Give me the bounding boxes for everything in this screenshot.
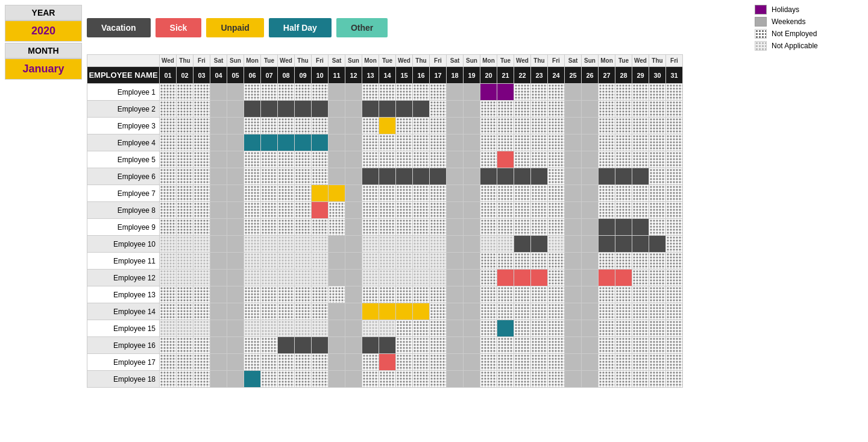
cell-10-15	[396, 236, 413, 253]
cell-3-26	[582, 118, 599, 134]
cell-4-24	[548, 134, 565, 151]
cell-16-19	[464, 337, 480, 354]
cell-4-12	[345, 134, 362, 151]
cell-15-25	[565, 320, 582, 337]
cell-1-19	[464, 84, 480, 101]
cell-14-30	[649, 303, 666, 320]
cell-5-2	[177, 151, 193, 168]
cell-9-3	[193, 219, 210, 236]
cell-10-13	[362, 236, 379, 253]
cell-17-1	[160, 354, 177, 371]
cell-9-1	[160, 219, 177, 236]
cell-12-8	[278, 270, 295, 286]
cell-12-7	[261, 270, 278, 286]
dow-header-20: Mon	[480, 55, 497, 67]
cell-3-3	[193, 118, 210, 134]
cell-15-20	[480, 320, 497, 337]
legend-sick: Sick	[156, 18, 202, 37]
cell-14-9	[295, 303, 312, 320]
cell-14-24	[548, 303, 565, 320]
cell-7-24	[548, 185, 565, 202]
cell-15-29	[632, 320, 649, 337]
cell-1-8	[278, 84, 295, 101]
legend-holidays: Holidays	[755, 5, 863, 14]
cell-11-2	[177, 253, 193, 270]
cell-6-20	[480, 168, 497, 185]
dow-header-1: Wed	[160, 55, 177, 67]
cell-2-4	[210, 101, 227, 118]
cell-18-19	[464, 371, 480, 388]
cell-4-10	[312, 134, 329, 151]
date-header-5: 05	[227, 67, 244, 84]
cell-8-7	[261, 202, 278, 219]
cell-6-8	[278, 168, 295, 185]
cell-18-6	[244, 371, 261, 388]
date-header-29: 29	[632, 67, 649, 84]
cell-18-17	[430, 371, 447, 388]
cell-5-25	[565, 151, 582, 168]
cell-18-12	[345, 371, 362, 388]
cell-2-15	[396, 101, 413, 118]
cell-7-16	[413, 185, 430, 202]
cell-7-29	[632, 185, 649, 202]
cell-10-30	[649, 236, 666, 253]
cell-8-20	[480, 202, 497, 219]
cell-14-11	[329, 303, 345, 320]
cell-11-9	[295, 253, 312, 270]
cell-12-21	[497, 270, 514, 286]
cell-12-1	[160, 270, 177, 286]
cell-14-28	[615, 303, 632, 320]
cell-16-20	[480, 337, 497, 354]
cell-1-27	[599, 84, 615, 101]
cell-6-6	[244, 168, 261, 185]
cell-12-25	[565, 270, 582, 286]
cell-14-16	[413, 303, 430, 320]
cell-12-19	[464, 270, 480, 286]
cell-9-19	[464, 219, 480, 236]
cell-1-15	[396, 84, 413, 101]
cell-5-26	[582, 151, 599, 168]
cell-16-17	[430, 337, 447, 354]
cell-9-12	[345, 219, 362, 236]
cell-7-27	[599, 185, 615, 202]
cell-3-23	[531, 118, 548, 134]
cell-8-8	[278, 202, 295, 219]
cell-13-2	[177, 286, 193, 303]
cell-11-18	[447, 253, 464, 270]
cell-9-27	[599, 219, 615, 236]
cell-4-2	[177, 134, 193, 151]
cell-17-2	[177, 354, 193, 371]
cell-11-14	[379, 253, 396, 270]
cell-11-3	[193, 253, 210, 270]
cell-3-18	[447, 118, 464, 134]
cell-14-19	[464, 303, 480, 320]
emp-name-18: Employee 18	[87, 371, 160, 388]
cell-15-23	[531, 320, 548, 337]
cell-11-13	[362, 253, 379, 270]
cell-6-17	[430, 168, 447, 185]
cell-10-31	[666, 236, 683, 253]
dow-header-29: Wed	[632, 55, 649, 67]
cell-3-11	[329, 118, 345, 134]
cell-18-1	[160, 371, 177, 388]
emp-name-17: Employee 17	[87, 354, 160, 371]
cell-5-30	[649, 151, 666, 168]
cell-12-18	[447, 270, 464, 286]
cell-3-17	[430, 118, 447, 134]
emp-name-7: Employee 7	[87, 185, 160, 202]
cell-1-28	[615, 84, 632, 101]
cell-8-23	[531, 202, 548, 219]
date-header-9: 09	[295, 67, 312, 84]
cell-13-5	[227, 286, 244, 303]
cell-15-1	[160, 320, 177, 337]
cell-11-17	[430, 253, 447, 270]
cell-10-9	[295, 236, 312, 253]
cell-16-26	[582, 337, 599, 354]
cell-16-23	[531, 337, 548, 354]
cell-9-17	[430, 219, 447, 236]
cell-14-1	[160, 303, 177, 320]
cell-9-18	[447, 219, 464, 236]
dow-header-25: Sat	[565, 55, 582, 67]
cell-15-5	[227, 320, 244, 337]
cell-8-27	[599, 202, 615, 219]
